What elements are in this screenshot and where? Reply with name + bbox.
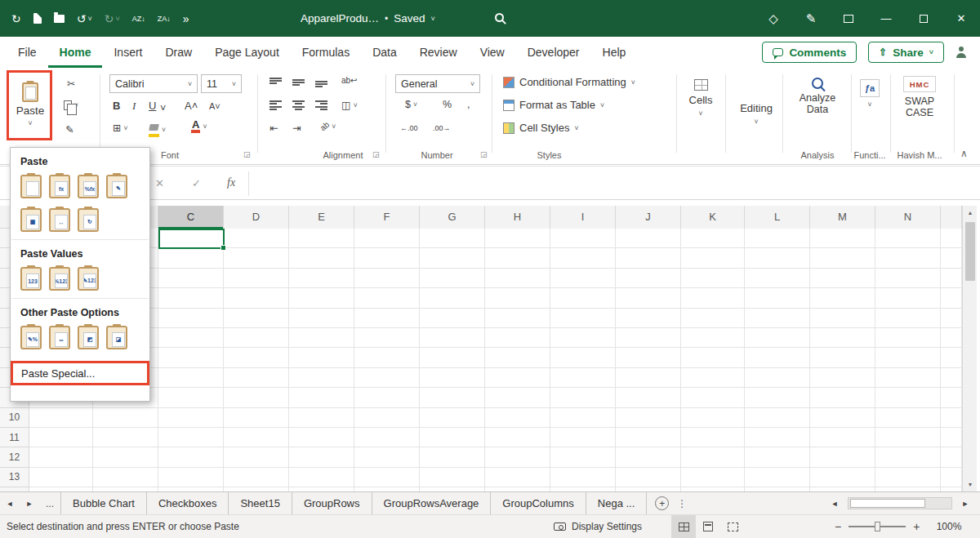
font-color-button[interactable]: A˅ xyxy=(191,120,207,133)
column-header-K[interactable]: K xyxy=(681,206,745,229)
linked-picture-paste-icon[interactable]: ◪ xyxy=(106,326,127,349)
tab-developer[interactable]: Developer xyxy=(516,37,591,68)
font-name-select[interactable]: Calibri˅ xyxy=(109,74,198,93)
fill-color-button[interactable]: ˅ xyxy=(149,122,166,137)
sheet-tab-bubble-chart[interactable]: Bubble Chart xyxy=(60,492,147,514)
sheet-tab-grouprows[interactable]: GroupRows xyxy=(292,492,372,514)
values-paste-icon[interactable]: 123 xyxy=(20,267,42,291)
conditional-formatting-button[interactable]: Conditional Formatting˅ xyxy=(503,76,635,88)
sheet-tab-nega-[interactable]: Nega ... xyxy=(586,492,648,514)
orientation-button[interactable]: ab˅ xyxy=(320,122,336,131)
cell-styles-button[interactable]: Cell Styles˅ xyxy=(503,122,578,134)
borders-button[interactable]: ⊞˅ xyxy=(113,122,127,134)
sheet-options-icon[interactable]: ⋮ xyxy=(677,498,687,509)
formatting-paste-icon[interactable]: ✎% xyxy=(20,326,42,349)
share-button[interactable]: ⇧Share˅ xyxy=(868,42,944,63)
tab-page-layout[interactable]: Page Layout xyxy=(203,37,291,68)
merge-center-button[interactable]: ◫˅ xyxy=(341,99,358,111)
tab-help[interactable]: Help xyxy=(591,37,638,68)
italic-button[interactable]: I xyxy=(132,100,136,113)
column-header-L[interactable]: L xyxy=(745,206,810,229)
sheet-overflow-icon[interactable]: ... xyxy=(39,498,60,509)
copy-button[interactable]: ˅ xyxy=(64,100,78,110)
align-bottom-button[interactable] xyxy=(315,78,327,87)
font-dialog-launcher[interactable]: ◲ xyxy=(243,150,251,158)
functions-addin-button[interactable]: ƒa ˅ xyxy=(859,79,880,109)
new-sheet-button[interactable]: + xyxy=(655,496,669,510)
hscroll-right-icon[interactable]: ► xyxy=(956,500,975,508)
column-header-D[interactable]: D xyxy=(224,206,289,229)
close-button[interactable]: ✕ xyxy=(942,0,980,37)
vertical-scroll-thumb[interactable] xyxy=(965,222,975,281)
sheet-tab-grouprowsaverage[interactable]: GroupRowsAverage xyxy=(372,492,492,514)
paste-paste-icon[interactable] xyxy=(20,175,42,198)
column-header-C[interactable]: C xyxy=(158,206,224,229)
no-borders-paste-icon[interactable]: ▦ xyxy=(20,208,42,232)
analyze-data-button[interactable]: Analyze Data xyxy=(791,78,844,115)
row-header-12[interactable]: 12 xyxy=(0,447,29,467)
comma-style-button[interactable]: , xyxy=(467,99,470,110)
sheet-nav-left-icon[interactable]: ◄ xyxy=(0,500,20,508)
tab-insert[interactable]: Insert xyxy=(102,37,154,68)
undo-button[interactable]: ↺˅ xyxy=(77,12,92,25)
editing-button[interactable]: Editing ˅ xyxy=(735,102,777,126)
font-size-select[interactable]: 11˅ xyxy=(201,74,242,93)
tab-data[interactable]: Data xyxy=(361,37,408,68)
cells-button[interactable]: Cells ˅ xyxy=(683,79,719,118)
sheet-tab-sheet15[interactable]: Sheet15 xyxy=(229,492,292,514)
align-left-button[interactable] xyxy=(270,100,282,110)
format-painter-button[interactable]: ✎ xyxy=(65,123,74,136)
tab-draw[interactable]: Draw xyxy=(154,37,203,68)
formulas-number-formatting-paste-icon[interactable]: %fx xyxy=(78,175,99,198)
align-top-button[interactable] xyxy=(270,78,282,87)
page-layout-view-button[interactable] xyxy=(696,515,720,538)
selected-cell[interactable] xyxy=(158,229,225,249)
row-header-10[interactable]: 10 xyxy=(0,408,29,428)
paste-special-item[interactable]: Paste Special... xyxy=(11,361,149,385)
page-break-view-button[interactable] xyxy=(720,515,745,538)
column-header-unlabeled[interactable] xyxy=(941,206,962,229)
zoom-in-button[interactable]: + xyxy=(913,520,920,533)
hscroll-track[interactable] xyxy=(848,497,952,509)
gem-icon[interactable]: ◇ xyxy=(755,11,792,26)
column-header-G[interactable]: G xyxy=(420,206,485,229)
zoom-slider-thumb[interactable] xyxy=(875,522,880,531)
minimize-button[interactable]: — xyxy=(867,0,905,37)
cancel-icon[interactable]: ✕ xyxy=(155,167,164,199)
swap-case-button[interactable]: HMC SWAP CASE xyxy=(897,76,942,118)
sort-ascending-icon[interactable]: AZ↓ xyxy=(132,15,145,23)
decrease-indent-button[interactable]: ⇤ xyxy=(270,122,278,134)
underline-dropdown[interactable]: ˅ xyxy=(160,103,166,114)
insert-function-icon[interactable]: fx xyxy=(227,167,235,199)
wrap-text-button[interactable]: ab↩ xyxy=(341,76,358,85)
alignment-dialog-launcher[interactable]: ◲ xyxy=(372,150,380,158)
hscroll-left-icon[interactable]: ◄ xyxy=(825,500,844,508)
enter-icon[interactable]: ✓ xyxy=(192,167,201,199)
picture-paste-icon[interactable]: ◩ xyxy=(78,326,99,349)
keep-source-column-widths-paste-icon[interactable]: ↔ xyxy=(49,208,70,232)
pen-icon[interactable]: ✎ xyxy=(792,11,830,26)
qat-overflow-icon[interactable]: » xyxy=(183,12,189,25)
percent-style-button[interactable]: % xyxy=(443,99,452,110)
tab-formulas[interactable]: Formulas xyxy=(291,37,361,68)
tab-home[interactable]: Home xyxy=(48,37,103,68)
sheet-tab-groupcolumns[interactable]: GroupColumns xyxy=(491,492,586,514)
paste-button[interactable]: Paste ˅ xyxy=(10,72,51,137)
maximize-button[interactable] xyxy=(905,0,942,37)
align-center-button[interactable] xyxy=(292,100,305,110)
formulas-paste-icon[interactable]: fx xyxy=(49,175,70,198)
search-icon[interactable] xyxy=(495,13,504,22)
align-middle-button[interactable] xyxy=(292,78,305,87)
redo-button[interactable]: ↻˅ xyxy=(105,12,120,25)
row-header-11[interactable]: 11 xyxy=(0,428,29,447)
sheet-nav-right-icon[interactable]: ► xyxy=(20,500,39,508)
increase-font-size-button[interactable]: A˄ xyxy=(185,100,198,112)
row-header-14[interactable]: 14 xyxy=(0,487,29,491)
column-header-M[interactable]: M xyxy=(810,206,875,229)
person-icon[interactable] xyxy=(956,47,967,58)
tab-file[interactable]: File xyxy=(7,37,48,68)
row-header-13[interactable]: 13 xyxy=(0,468,29,487)
hscroll-thumb[interactable] xyxy=(850,499,925,508)
column-header-H[interactable]: H xyxy=(485,206,550,229)
number-format-select[interactable]: General˅ xyxy=(395,74,480,93)
